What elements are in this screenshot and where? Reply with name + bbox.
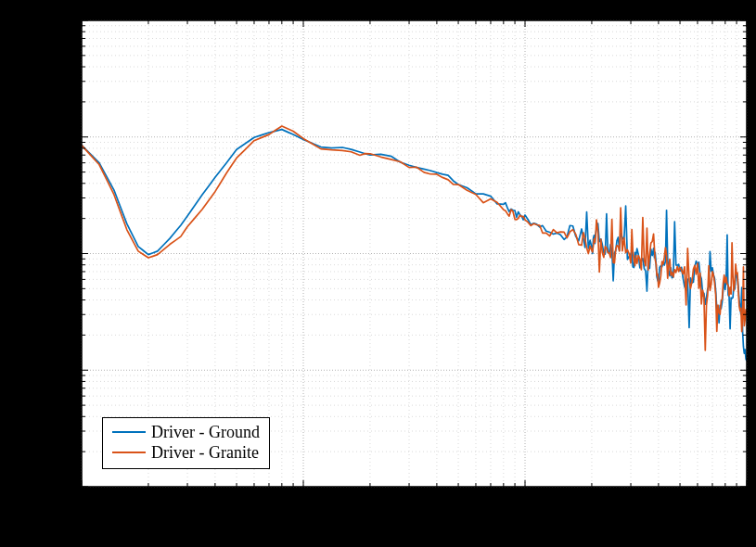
legend-swatch bbox=[112, 431, 146, 433]
legend-swatch bbox=[112, 452, 146, 453]
legend-label: Driver - Granite bbox=[151, 442, 259, 463]
legend-item: Driver - Ground bbox=[112, 422, 260, 442]
legend-item: Driver - Granite bbox=[112, 442, 260, 463]
legend-label: Driver - Ground bbox=[151, 422, 260, 442]
chart-container: Driver - Ground Driver - Granite bbox=[0, 0, 756, 547]
legend: Driver - Ground Driver - Granite bbox=[102, 417, 270, 469]
